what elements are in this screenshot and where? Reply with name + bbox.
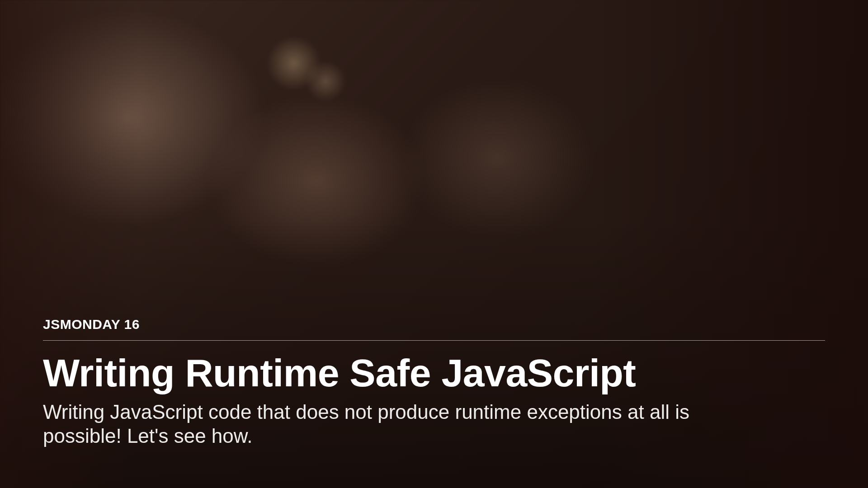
hero-eyebrow: JSMONDAY 16 [43,317,825,332]
hero-subtitle: Writing JavaScript code that does not pr… [43,400,753,448]
hero-title: Writing Runtime Safe JavaScript [43,352,825,393]
hero-divider [43,340,825,341]
hero-content: JSMONDAY 16 Writing Runtime Safe JavaScr… [43,317,825,448]
